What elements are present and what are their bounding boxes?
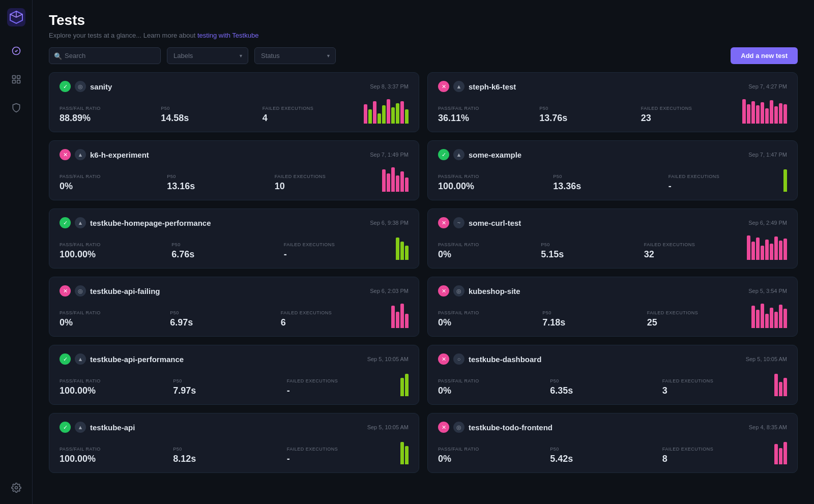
pass-fail-value: 0% [438, 317, 542, 328]
test-card[interactable]: ✕ ▲ steph-k6-test Sep 7, 4:27 PM PASS/FA… [427, 72, 798, 132]
card-header: ✓ ▲ testkube-api Sep 5, 10:05 AM [60, 422, 409, 433]
card-header: ✓ ▲ testkube-homepage-performance Sep 6,… [60, 217, 409, 228]
chart-bar [396, 175, 399, 192]
labels-filter[interactable]: Labels [167, 47, 248, 64]
failed-executions-label: FAILED EXECUTIONS [668, 174, 783, 179]
failed-executions-value: 8 [662, 454, 774, 464]
test-name: testkube-todo-frontend [469, 423, 553, 432]
failed-executions-label: FAILED EXECUTIONS [284, 242, 396, 247]
search-input[interactable] [49, 47, 161, 64]
app-logo[interactable] [7, 8, 25, 26]
chart-bar [779, 241, 782, 260]
pass-fail-label: PASS/FAIL RATIO [60, 378, 173, 383]
test-card[interactable]: ✕ ○ testkube-dashboard Sep 5, 10:05 AM P… [427, 345, 798, 405]
status-badge: ✕ [438, 217, 449, 228]
main-content: Tests Explore your tests at a glance... … [33, 0, 814, 504]
chart-bar [405, 246, 409, 260]
test-card[interactable]: ✕ ◎ kubeshop-site Sep 5, 3:54 PM PASS/FA… [427, 277, 798, 337]
chart-bar [765, 240, 769, 260]
page-subtitle: Explore your tests at a glance... Learn … [49, 32, 798, 39]
chart-bar [742, 99, 746, 124]
metric-failed-executions: FAILED EXECUTIONS 10 [275, 174, 382, 192]
test-type-icon: ▲ [453, 149, 464, 160]
test-timestamp: Sep 5, 3:54 PM [748, 288, 787, 294]
card-header: ✕ ~ some-curl-test Sep 6, 2:49 PM [438, 217, 787, 228]
p50-label: P50 [553, 174, 668, 179]
test-name: kubeshop-site [469, 287, 520, 295]
chart-bar [774, 106, 778, 124]
test-timestamp: Sep 7, 4:27 PM [748, 83, 787, 90]
chart-bar [387, 173, 390, 192]
pass-fail-value: 36.11% [438, 113, 539, 124]
chart-bar [391, 107, 395, 124]
p50-value: 5.42s [550, 454, 662, 464]
sidebar-item-settings[interactable] [8, 480, 24, 496]
pass-fail-value: 0% [438, 249, 541, 260]
pass-fail-label: PASS/FAIL RATIO [60, 174, 167, 179]
test-card[interactable]: ✓ ▲ testkube-homepage-performance Sep 6,… [49, 209, 419, 269]
sidebar-item-triggers[interactable] [8, 100, 24, 116]
test-chart [751, 304, 787, 328]
chart-bar [756, 105, 760, 124]
sidebar-item-test-suites[interactable] [8, 71, 24, 87]
add-test-button[interactable]: Add a new test [731, 47, 798, 64]
chart-bar [387, 99, 390, 124]
test-chart [774, 372, 787, 396]
status-badge: ✕ [438, 353, 449, 365]
card-header: ✕ ○ testkube-dashboard Sep 5, 10:05 AM [438, 353, 787, 365]
chart-bar [396, 103, 399, 124]
subtitle-text: Explore your tests at a glance... Learn … [49, 32, 197, 39]
pass-fail-label: PASS/FAIL RATIO [438, 174, 553, 179]
failed-executions-label: FAILED EXECUTIONS [641, 106, 742, 111]
chart-bar [747, 235, 750, 260]
metric-failed-executions: FAILED EXECUTIONS 8 [662, 447, 774, 464]
card-metrics: PASS/FAIL RATIO 0% P50 13.16s FAILED EXE… [60, 167, 409, 192]
test-card[interactable]: ✕ ▲ k6-h-experiment Sep 7, 1:49 PM PASS/… [49, 140, 419, 200]
card-title-wrap: ✓ ◎ sanity [60, 81, 112, 92]
test-card[interactable]: ✓ ◎ sanity Sep 8, 3:37 PM PASS/FAIL RATI… [49, 72, 419, 132]
test-card[interactable]: ✕ ~ some-curl-test Sep 6, 2:49 PM PASS/F… [427, 209, 798, 269]
failed-executions-label: FAILED EXECUTIONS [644, 242, 747, 247]
metric-failed-executions: FAILED EXECUTIONS 3 [662, 378, 774, 396]
sidebar-item-tests[interactable] [8, 43, 24, 59]
test-card[interactable]: ✕ ◎ testkube-api-failing Sep 6, 2:03 PM … [49, 277, 419, 337]
p50-label: P50 [541, 242, 644, 247]
chart-bar [400, 242, 404, 260]
p50-value: 7.97s [173, 386, 286, 396]
test-timestamp: Sep 7, 1:47 PM [748, 152, 787, 158]
metric-failed-executions: FAILED EXECUTIONS - [284, 242, 396, 260]
chart-bar [783, 309, 787, 328]
chart-bar [765, 314, 769, 328]
card-metrics: PASS/FAIL RATIO 100.00% P50 7.97s FAILED… [60, 372, 409, 396]
metric-p50: P50 8.12s [173, 447, 286, 464]
metric-pass-fail: PASS/FAIL RATIO 0% [60, 174, 167, 192]
failed-executions-label: FAILED EXECUTIONS [263, 106, 364, 111]
metric-p50: P50 5.42s [550, 447, 662, 464]
chart-bar [396, 238, 399, 260]
card-title-wrap: ✕ ◎ kubeshop-site [438, 285, 520, 297]
status-filter[interactable]: Status [254, 47, 336, 64]
card-header: ✕ ◎ testkube-todo-frontend Sep 4, 8:35 A… [438, 422, 787, 433]
chart-bar [373, 101, 376, 124]
subtitle-link[interactable]: testing with Testkube [197, 32, 258, 39]
metric-p50: P50 13.36s [553, 174, 668, 192]
card-metrics: PASS/FAIL RATIO 0% P50 6.97s FAILED EXEC… [60, 304, 409, 328]
test-card[interactable]: ✓ ▲ testkube-api-performance Sep 5, 10:0… [49, 345, 419, 405]
failed-executions-label: FAILED EXECUTIONS [647, 310, 751, 315]
status-badge: ✕ [60, 149, 71, 160]
test-chart [742, 99, 787, 124]
chart-bar [405, 177, 409, 192]
test-timestamp: Sep 6, 9:38 PM [370, 220, 409, 226]
status-filter-wrap: Status [254, 47, 336, 64]
chart-bar [382, 169, 386, 192]
test-card[interactable]: ✓ ▲ testkube-api Sep 5, 10:05 AM PASS/FA… [49, 413, 419, 473]
failed-executions-value: - [287, 386, 400, 396]
test-card[interactable]: ✓ ▲ some-example Sep 7, 1:47 PM PASS/FAI… [427, 140, 798, 200]
test-timestamp: Sep 7, 1:49 PM [370, 152, 409, 158]
test-chart [364, 99, 409, 124]
p50-value: 13.36s [553, 181, 668, 192]
card-metrics: PASS/FAIL RATIO 100.00% P50 13.36s FAILE… [438, 167, 787, 192]
chart-bar [761, 246, 764, 260]
status-badge: ✓ [60, 353, 71, 365]
test-card[interactable]: ✕ ◎ testkube-todo-frontend Sep 4, 8:35 A… [427, 413, 798, 473]
